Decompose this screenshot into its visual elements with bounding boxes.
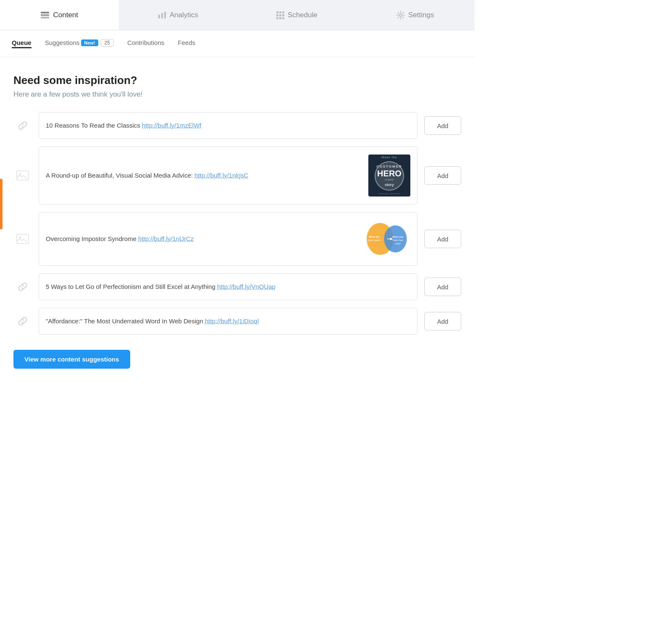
subnav-suggestions[interactable]: Suggestions New! 25 [45, 39, 114, 48]
svg-rect-3 [158, 15, 160, 18]
post-card: Overcoming Impostor Syndrome http://buff… [39, 212, 417, 266]
link-icon [17, 120, 29, 131]
post-url: http://buff.ly/1nlJrCz [138, 235, 194, 242]
nav-item-schedule[interactable]: Schedule [237, 0, 356, 30]
svg-rect-14 [282, 17, 284, 19]
add-button-2[interactable]: Add [424, 166, 461, 185]
nav-item-content[interactable]: Content [0, 0, 119, 30]
inspiration-title: Need some inspiration? [13, 74, 461, 87]
subnav-queue[interactable]: Queue [12, 39, 32, 48]
nav-label-content: Content [53, 11, 78, 19]
subnav-contributions[interactable]: Contributions [127, 39, 164, 48]
post-row: A Round-up of Beautiful, Visual Social M… [13, 147, 461, 204]
post-url: http://buff.ly/1mzElWf [142, 122, 201, 129]
layers-icon [40, 11, 50, 19]
svg-rect-7 [279, 11, 281, 13]
post-text: Overcoming Impostor Syndrome http://buff… [46, 234, 361, 244]
post-icon-image [13, 166, 32, 185]
svg-text:What the: What the [369, 236, 380, 238]
post-card: 5 Ways to Let Go of Perfectionism and St… [39, 273, 417, 300]
svg-rect-8 [282, 11, 284, 13]
svg-point-19 [19, 236, 21, 238]
bar-chart-icon [158, 11, 166, 19]
post-text: 5 Ways to Let Go of Perfectionism and St… [46, 282, 410, 292]
hero-circle: CUSTOMER HERO of your story [375, 161, 404, 191]
post-text: "Affordance:" The Most Underrated Word I… [46, 317, 410, 326]
svg-text:want: want [395, 242, 401, 245]
post-icon-link [13, 278, 32, 296]
nav-label-settings: Settings [408, 11, 434, 19]
view-more-button[interactable]: View more content suggestions [13, 350, 130, 369]
accent-bar [0, 179, 3, 229]
nav-item-settings[interactable]: Settings [356, 0, 475, 30]
add-button-1[interactable]: Add [424, 116, 461, 135]
post-text: 10 Reasons To Read the Classics http://b… [46, 121, 410, 131]
post-text: A Round-up of Beautiful, Visual Social M… [46, 171, 362, 181]
thumb-hero-image: Make the CUSTOMER HERO of your story cit… [368, 155, 410, 197]
image-icon [16, 170, 29, 181]
nav-label-analytics: Analytics [170, 11, 198, 19]
svg-rect-9 [276, 14, 278, 16]
svg-rect-10 [279, 14, 281, 16]
svg-rect-5 [164, 12, 166, 18]
svg-point-17 [19, 173, 21, 175]
post-url: http://buff.ly/1iDIoql [205, 317, 259, 325]
svg-text:What you: What you [392, 236, 404, 238]
svg-rect-13 [279, 17, 281, 19]
image-icon [16, 233, 29, 245]
post-icon-link [13, 312, 32, 330]
svg-rect-1 [41, 14, 49, 16]
svg-rect-4 [161, 13, 163, 18]
venn-diagram: What the client wants What you think the… [364, 220, 410, 258]
svg-rect-2 [41, 17, 49, 18]
post-row: Overcoming Impostor Syndrome http://buff… [13, 212, 461, 266]
add-button-5[interactable]: Add [424, 312, 461, 330]
grid-icon [276, 11, 284, 19]
post-url: http://buff.ly/1nlrjsC [194, 172, 248, 179]
add-button-4[interactable]: Add [424, 278, 461, 296]
post-list: 10 Reasons To Read the Classics http://b… [13, 112, 461, 335]
post-row: 5 Ways to Let Go of Perfectionism and St… [13, 273, 461, 300]
nav-label-schedule: Schedule [288, 11, 318, 19]
link-icon [17, 281, 29, 293]
link-icon [17, 315, 29, 327]
svg-rect-12 [276, 17, 278, 19]
post-card: A Round-up of Beautiful, Visual Social M… [39, 147, 417, 204]
post-row: 10 Reasons To Read the Classics http://b… [13, 112, 461, 139]
inspiration-subtitle: Here are a few posts we think you'll lov… [13, 90, 461, 99]
svg-text:client wants: client wants [368, 239, 381, 241]
gear-icon [396, 11, 405, 19]
badge-count: 25 [101, 39, 114, 47]
subnav-feeds[interactable]: Feeds [178, 39, 195, 48]
nav-item-analytics[interactable]: Analytics [119, 0, 238, 30]
post-row: "Affordance:" The Most Underrated Word I… [13, 308, 461, 335]
post-card: 10 Reasons To Read the Classics http://b… [39, 112, 417, 139]
sub-nav: Queue Suggestions New! 25 Contributions … [0, 30, 475, 57]
svg-point-15 [399, 14, 402, 16]
svg-rect-0 [41, 12, 49, 13]
top-nav: Content Analytics Schedule Settings [0, 0, 475, 30]
post-thumbnail: Make the CUSTOMER HERO of your story cit… [368, 155, 410, 197]
post-url: http://buff.ly/VnOUap [217, 283, 276, 290]
svg-text:think they: think they [393, 239, 403, 241]
badge-new: New! [81, 39, 98, 46]
post-icon-image [13, 230, 32, 248]
svg-rect-6 [276, 11, 278, 13]
main-content: Need some inspiration? Here are a few po… [0, 57, 475, 385]
add-button-3[interactable]: Add [424, 230, 461, 248]
svg-rect-11 [282, 14, 284, 16]
post-icon-link [13, 116, 32, 135]
post-card: "Affordance:" The Most Underrated Word I… [39, 308, 417, 335]
